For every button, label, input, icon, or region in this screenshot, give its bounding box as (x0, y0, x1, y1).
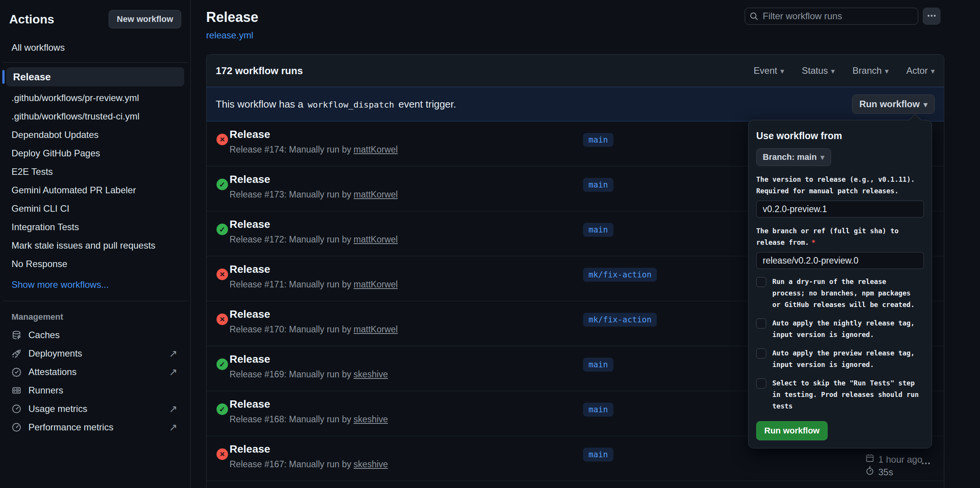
checkbox-row: Auto apply the nightly release tag, inpu… (756, 317, 924, 340)
management-item[interactable]: Usage metrics (9, 400, 181, 418)
run-description: Release #170: Manually run bymattKorwel (230, 324, 398, 335)
run-title: Release (230, 128, 270, 141)
sidebar-workflow-item[interactable]: Mark stale issues and pull requests (9, 236, 181, 255)
workflow-file-link[interactable]: release.yml (206, 30, 253, 41)
management-item[interactable]: Performance metrics (9, 418, 181, 437)
chevron-down-icon (885, 65, 889, 76)
checkbox-row: Auto apply the preview release tag, inpu… (756, 347, 924, 370)
cache-icon (12, 330, 21, 340)
sidebar-workflow-item[interactable]: Dependabot Updates (9, 126, 181, 144)
verified-icon (12, 367, 21, 377)
runs-filter-dropdown[interactable]: Branch (853, 65, 889, 76)
branch-badge[interactable]: mk/fix-action (583, 268, 657, 282)
chevron-down-icon (831, 65, 835, 76)
sidebar-divider (3, 62, 187, 63)
run-status-icon (216, 403, 228, 415)
chevron-down-icon (924, 99, 927, 110)
branch-badge[interactable]: main (583, 178, 613, 192)
branch-badge[interactable]: main (583, 133, 613, 147)
server-icon (12, 385, 21, 395)
chevron-down-icon (821, 152, 825, 162)
stopwatch-icon (865, 466, 874, 478)
run-actor-link[interactable]: mattKorwel (354, 234, 398, 244)
branch-badge[interactable]: mk/fix-action (583, 313, 657, 327)
run-actor-link[interactable]: mattKorwel (354, 279, 398, 289)
sidebar-workflow-item[interactable]: Integration Tests (9, 218, 181, 236)
runs-filter-dropdown[interactable]: Actor (906, 65, 935, 76)
checkbox[interactable] (756, 378, 766, 388)
new-workflow-button[interactable]: New workflow (109, 10, 181, 28)
run-description: Release #168: Manually run byskeshive (230, 414, 388, 425)
checkbox-row: Run a dry-run of the release process; no… (756, 276, 924, 310)
filter-workflow-runs-input[interactable] (745, 8, 918, 25)
run-status-icon (216, 224, 228, 235)
run-title: Release (230, 218, 270, 231)
run-actor-link[interactable]: mattKorwel (354, 189, 398, 199)
runs-filter-dropdown[interactable]: Status (802, 65, 835, 76)
sidebar-workflow-item[interactable]: .github/workflows/trusted-ci.yml (9, 107, 181, 126)
sidebar-divider (3, 301, 187, 301)
run-actor-link[interactable]: skeshive (354, 459, 388, 469)
sidebar-item-all-workflows[interactable]: All workflows (9, 40, 181, 55)
branch-badge[interactable]: main (583, 358, 613, 372)
run-actor-link[interactable]: skeshive (354, 369, 388, 379)
field-label: The version to release (e.g., v0.1.11). … (756, 174, 924, 197)
external-link-icon (169, 422, 177, 433)
checkbox[interactable] (756, 349, 766, 359)
sidebar-item-release-selected[interactable]: Release (6, 67, 184, 86)
management-item[interactable]: Attestations (9, 363, 181, 381)
panel-title: Use workflow from (756, 130, 924, 141)
workflow-options-kebab-button[interactable] (923, 8, 940, 25)
run-time: 1 hour ago (878, 453, 922, 466)
sidebar-workflow-item[interactable]: Deploy GitHub Pages (9, 144, 181, 163)
show-more-workflows-link[interactable]: Show more workflows... (9, 276, 181, 294)
sidebar-workflow-item[interactable]: .github/workflows/pr-review.yml (9, 89, 181, 107)
panel-checkboxes: Run a dry-run of the release process; no… (756, 276, 924, 412)
panel-fields: The version to release (e.g., v0.1.11). … (756, 174, 924, 269)
run-duration: 35s (878, 466, 893, 478)
actions-sidebar: Actions New workflow All workflows Relea… (0, 0, 191, 488)
sidebar-workflow-item[interactable]: E2E Tests (9, 163, 181, 181)
run-actor-link[interactable]: mattKorwel (354, 324, 398, 334)
rocket-icon (12, 349, 21, 359)
branch-badge[interactable]: main (583, 403, 613, 417)
sidebar-title: Actions (9, 12, 54, 27)
run-actor-link[interactable]: skeshive (354, 414, 388, 424)
management-item-label: Performance metrics (28, 422, 113, 433)
branch-badge[interactable]: main (583, 448, 613, 461)
run-status-icon (216, 179, 228, 190)
management-section-label: Management (9, 312, 181, 322)
calendar-icon (865, 453, 874, 466)
management-item-label: Runners (28, 385, 63, 396)
run-title: Release (230, 353, 270, 365)
runs-filter-dropdown[interactable]: Event (754, 65, 784, 76)
run-workflow-dropdown-button[interactable]: Run workflow (852, 95, 935, 114)
management-item[interactable]: Deployments (9, 344, 181, 363)
checkbox[interactable] (756, 319, 766, 329)
management-item-label: Attestations (28, 367, 76, 377)
branch-select-button[interactable]: Branch: main (756, 148, 831, 166)
run-actor-link[interactable]: mattKorwel (354, 144, 398, 154)
management-item-label: Usage metrics (28, 403, 87, 414)
run-row-kebab-button[interactable] (921, 458, 931, 470)
panel-field: The version to release (e.g., v0.1.11). … (756, 174, 924, 217)
management-item[interactable]: Runners (9, 381, 181, 400)
run-description: Release #167: Manually run byskeshive (230, 459, 388, 470)
sidebar-workflow-item[interactable]: Gemini Automated PR Labeler (9, 181, 181, 199)
management-item[interactable]: Caches (9, 326, 181, 344)
field-input[interactable] (756, 252, 924, 269)
workflow-dispatch-code: workflow_dispatch (306, 100, 396, 110)
sidebar-workflow-item[interactable]: Gemini CLI CI (9, 199, 181, 218)
run-description: Release #172: Manually run bymattKorwel (230, 234, 398, 245)
field-input[interactable] (756, 201, 924, 217)
run-title: Release (230, 308, 270, 320)
meter-icon (12, 422, 21, 432)
run-workflow-submit-button[interactable]: Run workflow (756, 421, 828, 440)
run-status-icon (216, 359, 228, 370)
branch-badge[interactable]: main (583, 223, 613, 237)
checkbox-label: Select to skip the "Run Tests" step in t… (772, 377, 922, 412)
run-workflow-panel: Use workflow from Branch: main The versi… (748, 120, 932, 448)
checkbox-label: Run a dry-run of the release process; no… (772, 276, 922, 310)
checkbox[interactable] (756, 277, 766, 287)
sidebar-workflow-item[interactable]: No Response (9, 255, 181, 273)
